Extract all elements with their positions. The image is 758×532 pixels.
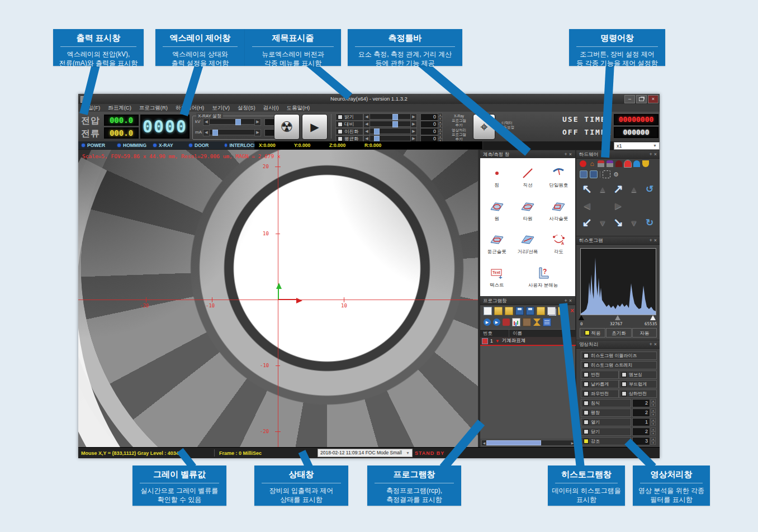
mode-select[interactable]: 2018-02-12 11:09:14 FOC Mode Small▼ bbox=[318, 449, 413, 457]
filter-dilate[interactable]: 팽창 bbox=[581, 408, 631, 417]
window-titlebar[interactable]: NeuroXray(x64) - version 1.1.3.2 – × bbox=[78, 94, 660, 104]
save-program-icon[interactable] bbox=[515, 307, 524, 315]
filter-smooth[interactable]: 부드럽게 bbox=[619, 380, 657, 388]
import-icon[interactable] bbox=[537, 307, 545, 315]
handset-icon[interactable] bbox=[642, 160, 649, 167]
checkbox[interactable] bbox=[338, 115, 343, 120]
checkbox[interactable] bbox=[338, 136, 343, 141]
filter-open[interactable]: 열기 bbox=[581, 418, 631, 426]
open-recent-icon[interactable] bbox=[505, 307, 513, 315]
run-icon[interactable]: ▶ bbox=[484, 319, 491, 326]
program-list-empty[interactable] bbox=[480, 346, 575, 439]
save-as-icon[interactable] bbox=[526, 307, 534, 315]
tool-user-resolution[interactable]: ?사용자 분해능 bbox=[512, 262, 574, 294]
improc-program-add-button[interactable]: 영상처리 프로그램 추가 bbox=[446, 128, 472, 141]
histogram-min-handle[interactable] bbox=[579, 315, 584, 320]
restore-button[interactable] bbox=[636, 95, 647, 103]
jog-left-button[interactable]: ◀ bbox=[579, 201, 595, 211]
tool-rect-slot[interactable]: 사각슬롯 bbox=[543, 195, 574, 227]
contrast-slider[interactable]: ◀▶ bbox=[363, 121, 417, 127]
checkbox[interactable] bbox=[622, 372, 627, 377]
tool-angle[interactable]: A각도 bbox=[543, 228, 574, 260]
open-value[interactable]: 1 bbox=[632, 418, 650, 426]
filter-invert[interactable]: 반전 bbox=[581, 370, 619, 379]
close-icon[interactable]: × bbox=[569, 298, 574, 303]
checkbox[interactable] bbox=[584, 429, 589, 434]
checkbox[interactable] bbox=[584, 439, 589, 444]
tool-point[interactable]: 점 bbox=[481, 162, 512, 194]
stop-icon[interactable] bbox=[503, 319, 510, 326]
jog-z-down-button[interactable]: ▼ bbox=[626, 218, 642, 227]
monitor-icon[interactable] bbox=[590, 170, 598, 178]
checkbox[interactable] bbox=[584, 410, 589, 415]
tool-circle[interactable]: 원 bbox=[481, 195, 512, 227]
run-step-icon[interactable]: ▶ bbox=[493, 319, 500, 326]
filter-hist-stretch[interactable]: 히스토그램 스트레치 bbox=[581, 361, 657, 369]
histogram-apply-button[interactable]: 적용 bbox=[580, 328, 605, 338]
tool-distance[interactable]: 거리/선폭 bbox=[512, 228, 543, 260]
slider-left-arrow[interactable]: ◀ bbox=[203, 129, 210, 136]
wifi-icon[interactable] bbox=[633, 160, 640, 167]
apply-checkbox[interactable] bbox=[585, 330, 590, 335]
checkbox[interactable] bbox=[584, 353, 589, 358]
slider-right-arrow[interactable]: ▶ bbox=[254, 118, 261, 126]
close-icon[interactable]: × bbox=[654, 151, 658, 157]
menu-coordinate[interactable]: 좌표계(C) bbox=[108, 104, 131, 112]
jog-rotate-ccw-button[interactable]: ↺ bbox=[642, 183, 657, 195]
slider-left-arrow[interactable]: ◀ bbox=[203, 118, 210, 126]
contrast-spinner[interactable]: ▲▼ bbox=[438, 120, 443, 127]
zoom-select[interactable]: x1▼ bbox=[614, 142, 660, 150]
histogram-max-handle[interactable] bbox=[650, 315, 656, 320]
expand-icon[interactable] bbox=[603, 170, 610, 178]
filter-emboss[interactable]: 엠보싱 bbox=[619, 370, 657, 379]
program-hscrollbar[interactable]: ◀ ▶ bbox=[481, 440, 575, 446]
jog-z-up-button[interactable]: ▲ bbox=[626, 184, 642, 194]
dilate-value[interactable]: 2 bbox=[632, 408, 650, 417]
jog-up-left-button[interactable]: ↖ bbox=[579, 182, 595, 196]
checkbox[interactable] bbox=[338, 129, 343, 134]
open-spinner[interactable]: ▲▼ bbox=[651, 418, 656, 425]
filter-enhance[interactable]: 강조 bbox=[581, 437, 631, 445]
home-icon[interactable]: ⌂ bbox=[589, 160, 595, 167]
close-icon[interactable]: × bbox=[654, 341, 658, 347]
scroll-thumb[interactable] bbox=[486, 440, 541, 445]
checkbox[interactable] bbox=[584, 391, 589, 396]
menu-view[interactable]: 보기(V) bbox=[212, 104, 230, 112]
capture-icon[interactable] bbox=[523, 318, 531, 326]
fit-view-icon[interactable] bbox=[580, 170, 588, 178]
dilate-spinner[interactable]: ▲▼ bbox=[651, 408, 656, 416]
tool-line[interactable]: 직선 bbox=[512, 162, 543, 194]
binarize-value[interactable]: 0 bbox=[420, 128, 438, 135]
checkbox[interactable] bbox=[584, 382, 589, 387]
gauge-dark-icon[interactable] bbox=[615, 160, 622, 167]
joystick2-icon[interactable] bbox=[607, 160, 613, 167]
delete-icon[interactable]: × bbox=[568, 307, 576, 315]
jog-right-button[interactable]: ▶ bbox=[610, 201, 626, 211]
jog-down-button[interactable]: ▼ bbox=[595, 218, 610, 227]
jog-up-right-button[interactable]: ↗ bbox=[610, 182, 626, 196]
menu-inspect[interactable]: 검사(I) bbox=[263, 104, 279, 112]
checkbox[interactable] bbox=[338, 122, 343, 127]
erode-spinner[interactable]: ▲▼ bbox=[651, 399, 656, 406]
close-icon[interactable]: × bbox=[569, 151, 574, 157]
erode-value[interactable]: 2 bbox=[632, 399, 650, 407]
close-spinner[interactable]: ▲▼ bbox=[651, 428, 656, 435]
filter-flip-v[interactable]: 상하반전 bbox=[619, 390, 657, 398]
histogram-reset-button[interactable]: 초기화 bbox=[606, 328, 632, 338]
binarize-slider[interactable]: ◀▶ bbox=[363, 128, 417, 134]
open-program-icon[interactable] bbox=[494, 307, 503, 315]
result-table-icon[interactable] bbox=[543, 318, 551, 326]
tool-text[interactable]: Text+텍스트 bbox=[481, 262, 512, 294]
slider-right-arrow[interactable]: ▶ bbox=[254, 129, 261, 136]
histogram-mid-handle[interactable] bbox=[615, 315, 620, 320]
pin-icon[interactable]: + bbox=[564, 151, 568, 157]
pin-icon[interactable]: + bbox=[649, 341, 653, 347]
histogram-auto-button[interactable]: 자동 bbox=[632, 328, 657, 338]
jog-rotate-cw-button[interactable]: ↻ bbox=[642, 217, 657, 229]
record-icon[interactable] bbox=[580, 160, 586, 167]
binarize-spinner[interactable]: ▲▼ bbox=[438, 127, 443, 135]
joystick-icon[interactable] bbox=[598, 160, 604, 167]
brightness-slider[interactable]: ◀▶ bbox=[363, 113, 417, 120]
filter-erode[interactable]: 침식 bbox=[581, 399, 631, 407]
contrast-toggle[interactable]: 대비 bbox=[335, 121, 363, 128]
